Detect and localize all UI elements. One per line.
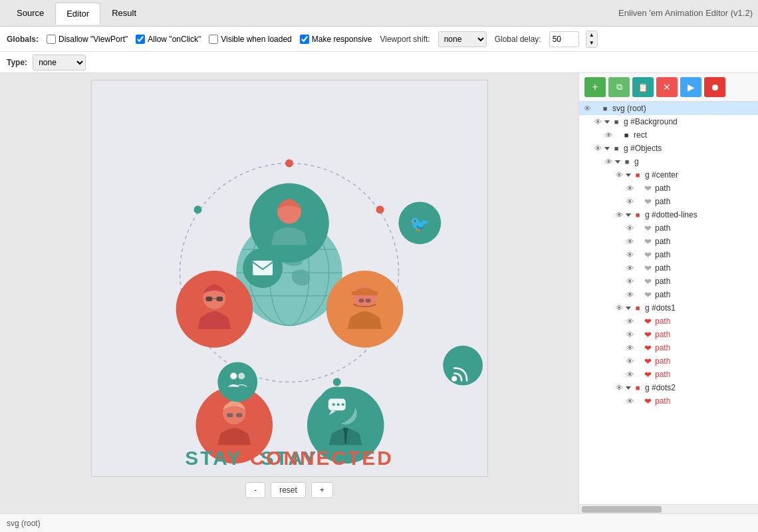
tree-item-path10[interactable]: 👁❤path — [579, 328, 758, 341]
expand-arrow[interactable] — [626, 386, 631, 390]
eye-icon[interactable]: 👁 — [624, 316, 635, 327]
tree-item-path11[interactable]: 👁❤path — [579, 341, 758, 354]
path-icon: ❤ — [642, 329, 653, 340]
tab-result[interactable]: Result — [100, 2, 148, 24]
globals-label: Globals: — [7, 35, 39, 44]
delay-up-button[interactable]: ▲ — [586, 31, 597, 39]
folder-icon: ■ — [632, 382, 643, 393]
tab-editor[interactable]: Editor — [55, 3, 100, 25]
tree-item-path6[interactable]: 👁❤path — [579, 261, 758, 275]
eye-icon[interactable]: 👁 — [624, 342, 635, 353]
tree-item-g-background[interactable]: 👁■g #Background — [579, 115, 758, 128]
eye-icon[interactable]: 👁 — [603, 130, 614, 140]
tree-label: g #Objects — [624, 144, 662, 153]
tree-item-path13[interactable]: 👁❤path — [579, 368, 758, 381]
delay-spinner: ▲ ▼ — [586, 31, 598, 48]
tree-item-g-dots2[interactable]: 👁■g #dots2 — [579, 381, 758, 394]
eye-icon[interactable]: 👁 — [624, 356, 635, 366]
eye-icon[interactable]: 👁 — [614, 303, 624, 313]
eye-icon[interactable]: 👁 — [624, 263, 635, 273]
expand-arrow[interactable] — [604, 147, 610, 150]
play-button[interactable]: ▶ — [680, 77, 701, 97]
disallow-viewport-checkbox[interactable] — [47, 35, 56, 44]
tree-item-rect[interactable]: 👁■rect — [579, 128, 758, 142]
visible-when-loaded-checkbox[interactable] — [209, 35, 218, 44]
eye-icon[interactable]: 👁 — [624, 396, 635, 406]
tree-item-path12[interactable]: 👁❤path — [579, 354, 758, 368]
tree-label: path — [655, 330, 670, 339]
add-button[interactable]: + — [584, 77, 606, 97]
disallow-viewport-group[interactable]: Disallow "ViewPort" — [47, 35, 128, 44]
make-responsive-checkbox[interactable] — [300, 35, 309, 44]
tree-label: path — [655, 356, 670, 366]
viewport-shift-select[interactable]: none desktop tablet mobile — [438, 31, 487, 47]
tree-item-path3[interactable]: 👁❤path — [579, 221, 758, 235]
expand-arrow[interactable] — [604, 120, 610, 124]
tree-item-path14[interactable]: 👁❤path — [579, 394, 758, 408]
svg-point-46 — [341, 403, 344, 406]
expand-arrow[interactable] — [626, 213, 631, 217]
visible-when-loaded-group[interactable]: Visible when loaded — [209, 35, 292, 44]
eye-icon[interactable]: 👁 — [624, 369, 635, 380]
eye-icon[interactable]: 👁 — [624, 289, 635, 300]
svg-rect-24 — [351, 291, 378, 295]
zoom-in-button[interactable]: + — [311, 482, 333, 498]
tree-label: path — [655, 197, 670, 206]
h-scrollbar[interactable] — [579, 504, 758, 513]
eye-icon[interactable]: 👁 — [614, 382, 624, 393]
eye-icon[interactable]: 👁 — [582, 103, 592, 114]
eye-icon[interactable]: 👁 — [624, 276, 635, 287]
folder-icon: ■ — [600, 103, 610, 114]
eye-icon[interactable]: 👁 — [624, 183, 635, 194]
make-responsive-group[interactable]: Make responsive — [300, 35, 372, 44]
tree-item-path5[interactable]: 👁❤path — [579, 248, 758, 261]
type-select[interactable]: none fade slide bounce — [33, 55, 86, 70]
eye-icon[interactable]: 👁 — [624, 249, 635, 260]
svg-illustration: 🐦 — [92, 80, 487, 476]
paste-button[interactable]: 📋 — [632, 77, 654, 97]
eye-icon[interactable]: 👁 — [592, 116, 603, 127]
tree-item-g-center[interactable]: 👁■g #center — [579, 168, 758, 182]
tree-label: g #dotted-lines — [645, 210, 697, 219]
allow-onclick-group[interactable]: Allow "onClick" — [136, 35, 201, 44]
eye-icon[interactable]: 👁 — [624, 196, 635, 207]
tree-item-path4[interactable]: 👁❤path — [579, 235, 758, 248]
tree-item-g[interactable]: 👁■g — [579, 155, 758, 168]
tree-item-g-dotted-lines[interactable]: 👁■g #dotted-lines — [579, 208, 758, 221]
zoom-out-button[interactable]: - — [245, 482, 265, 498]
h-scrollbar-thumb[interactable] — [582, 506, 662, 513]
svg-point-8 — [193, 205, 201, 213]
tree-container[interactable]: 👁■svg (root)👁■g #Background👁■rect👁■g #Ob… — [579, 102, 758, 504]
viewport-shift-label: Viewport shift: — [380, 35, 430, 44]
tree-item-path7[interactable]: 👁❤path — [579, 275, 758, 288]
eye-icon[interactable]: 👁 — [624, 223, 635, 233]
copy-button[interactable]: ⧉ — [608, 77, 630, 97]
tree-label: path — [655, 343, 670, 352]
eye-icon[interactable]: 👁 — [624, 236, 635, 247]
tree-item-svg-root[interactable]: 👁■svg (root) — [579, 102, 758, 115]
tree-item-path9[interactable]: 👁❤path — [579, 315, 758, 328]
tree-label: path — [655, 290, 670, 299]
eye-icon[interactable]: 👁 — [614, 170, 624, 180]
tree-item-path2[interactable]: 👁❤path — [579, 195, 758, 208]
delete-button[interactable]: ✕ — [656, 77, 678, 97]
eye-icon[interactable]: 👁 — [624, 329, 635, 340]
tab-source[interactable]: Source — [5, 2, 55, 24]
tree-item-g-dots1[interactable]: 👁■g #dots1 — [579, 301, 758, 315]
tree-item-g-objects[interactable]: 👁■g #Objects — [579, 142, 758, 155]
tree-item-path1[interactable]: 👁❤path — [579, 182, 758, 195]
stop-button[interactable]: ⏺ — [704, 77, 725, 97]
expand-arrow[interactable] — [626, 174, 631, 177]
eye-icon[interactable]: 👁 — [603, 156, 614, 167]
reset-button[interactable]: reset — [271, 482, 306, 498]
expand-arrow[interactable] — [615, 160, 620, 164]
tree-item-path8[interactable]: 👁❤path — [579, 288, 758, 301]
tree-label: path — [655, 396, 670, 406]
delay-down-button[interactable]: ▼ — [586, 39, 597, 47]
expand-arrow[interactable] — [626, 307, 631, 310]
tree-label: path — [655, 277, 670, 286]
allow-onclick-checkbox[interactable] — [136, 35, 145, 44]
eye-icon[interactable]: 👁 — [614, 209, 624, 220]
global-delay-input[interactable] — [549, 31, 579, 47]
eye-icon[interactable]: 👁 — [592, 143, 603, 154]
